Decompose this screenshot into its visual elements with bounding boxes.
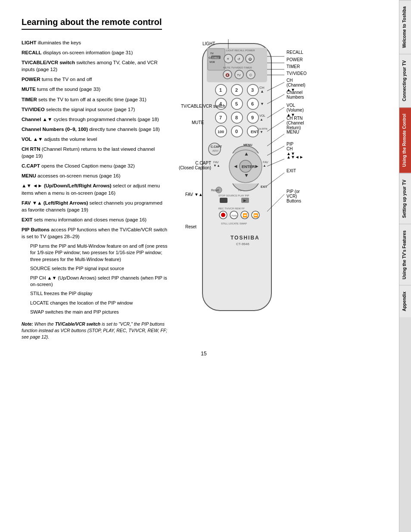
svg-text:TV: TV: [210, 52, 214, 55]
desc-exit: EXIT sets menu information and closes me…: [22, 216, 168, 223]
svg-text:7: 7: [219, 115, 222, 120]
svg-text:⏻: ⏻: [248, 57, 252, 61]
label-arrows: ▲▼◄►: [286, 155, 304, 159]
label-recall: RECALL: [286, 50, 303, 55]
svg-text:C.CAPT: C.CAPT: [211, 145, 222, 148]
key-ch-rtn: CH RTN: [22, 146, 40, 152]
indent-pip-ch: PIP CH ▲▼ (Up/Down Arrows) select PIP ch…: [30, 275, 168, 288]
note-label: Note:: [22, 321, 33, 327]
svg-text:ADV/: ADV/: [212, 149, 218, 152]
indent-locate: LOCATE changes the location of the PIP w…: [30, 300, 168, 306]
key-fav: FAV ▼▲ (Left/Right Arrows): [22, 200, 88, 205]
svg-text:▼▲: ▼▲: [213, 164, 220, 168]
svg-text:FAV: FAV: [263, 161, 268, 164]
indent-pip: PIP turns the PIP and Multi-Window featu…: [30, 243, 168, 263]
indent-still: STILL freezes the PIP display: [30, 290, 168, 297]
label-pip-ch: PIP CH ▲▼: [286, 142, 297, 156]
key-pip-ch: PIP CH ▲▼ (Up/Down Arrows): [30, 275, 97, 280]
sidebar-tabs: Welcome to Toshiba Connecting your TV Us…: [399, 0, 411, 532]
desc-vol: VOL ▲▼ adjusts the volume level: [22, 136, 168, 143]
svg-text:◄: ◄: [233, 163, 238, 169]
desc-menu: MENU accesses on-screen menus (page 16): [22, 172, 168, 179]
svg-text:MUTE  TV/VIDEO  TIMER: MUTE TV/VIDEO TIMER: [223, 66, 252, 69]
desc-tv-video: TV/VIDEO selects the signal input source…: [22, 106, 168, 113]
key-mute: MUTE: [22, 87, 36, 92]
note-block: Note: When the TV/Cable/VCR switch is se…: [22, 321, 168, 341]
svg-text:2: 2: [235, 87, 238, 93]
page-title: Learning about the remote control: [22, 17, 162, 30]
svg-text:6: 6: [251, 101, 254, 106]
svg-text:STOP SOURCE PLAY PIP: STOP SOURCE PLAY PIP: [218, 194, 249, 197]
svg-text:▼: ▼: [244, 172, 249, 178]
label-channel-numbers: Channel Numbers: [286, 90, 304, 100]
svg-text:CABLE: CABLE: [212, 56, 219, 59]
svg-text:EXIT: EXIT: [261, 185, 268, 188]
key-menu: MENU: [22, 173, 36, 178]
svg-text:5: 5: [235, 101, 238, 106]
desc-channel-arrows: Channel ▲▼ cycles through programmed cha…: [22, 116, 168, 123]
desc-power: POWER turns the TV on and off: [22, 76, 168, 83]
svg-text:9: 9: [251, 115, 254, 120]
key-timer: TIMER: [22, 97, 37, 102]
svg-text:▼: ▼: [260, 130, 263, 134]
svg-text:⏪: ⏪: [243, 213, 248, 218]
label-timer: TIMER: [286, 64, 300, 69]
key-pip: PIP: [30, 243, 38, 249]
svg-text:100: 100: [218, 130, 224, 134]
content-area: LIGHT illuminates the keys RECALL displa…: [22, 39, 386, 342]
label-power: POWER: [286, 57, 303, 62]
label-mute: MUTE: [192, 120, 204, 125]
svg-text:▲: ▲: [263, 164, 266, 168]
svg-text:TOSHIBA: TOSHIBA: [230, 235, 260, 241]
tab-features[interactable]: Using the TV's Features: [399, 224, 411, 286]
tab-remote-control[interactable]: Using the Remote Control: [399, 107, 411, 173]
key-swap: SWAP: [30, 309, 44, 314]
desc-light: LIGHT illuminates the keys: [22, 39, 168, 46]
key-tv-cable-vcr: TV/CABLE/VCR switch: [22, 60, 75, 65]
svg-text:LIGHT  RECALL  POWER: LIGHT RECALL POWER: [226, 49, 255, 52]
svg-text:3: 3: [251, 87, 254, 93]
label-ch-rtn: CH RTN (Channel Return): [286, 116, 304, 130]
label-pip-vcr: PIP (or VCR) Buttons: [286, 189, 301, 203]
svg-text:REC  TV/VCR  REW  FF: REC TV/VCR REW FF: [218, 207, 245, 210]
svg-text:ENTER: ENTER: [242, 165, 255, 169]
svg-point-79: [221, 213, 225, 217]
svg-text:CT-9946: CT-9946: [236, 242, 249, 246]
svg-text:▲: ▲: [260, 89, 264, 93]
label-light: LIGHT: [202, 41, 215, 46]
label-vol: VOL (Volume) ▲▼: [286, 103, 304, 117]
svg-text:8: 8: [235, 115, 238, 120]
tab-appendix[interactable]: Appendix: [399, 285, 411, 317]
svg-text:↺: ↺: [237, 57, 240, 61]
svg-text:⏩: ⏩: [253, 213, 258, 218]
svg-text:VCR: VCR: [209, 61, 215, 63]
key-locate: LOCATE: [30, 300, 49, 305]
tab-welcome[interactable]: Welcome to Toshiba: [399, 0, 411, 54]
desc-tv-cable-vcr: TV/CABLE/VCR switch switches among TV, C…: [22, 59, 168, 73]
svg-text:TV/V: TV/V: [231, 215, 237, 217]
svg-rect-73: [220, 198, 227, 203]
svg-text:▲: ▲: [260, 118, 263, 121]
label-ccapt: C.CAPT(Closed Caption): [177, 161, 211, 170]
key-arrows: ▲▼ ◄► (Up/Down/Left/Right Arrows): [22, 183, 112, 188]
page-number: 15: [22, 351, 386, 357]
desc-pip-buttons: PIP Buttons access PIP functions when th…: [22, 226, 168, 240]
desc-ch-rtn: CH RTN (Channel Return) returns to the l…: [22, 146, 168, 159]
key-ccapt: C.CAPT: [22, 163, 40, 168]
svg-text:STILL  LOCATE  SWAP: STILL LOCATE SWAP: [221, 222, 247, 225]
indent-swap: SWAP switches the main and PIP pictures: [30, 309, 168, 315]
svg-text:⏲: ⏲: [249, 73, 252, 77]
key-power: POWER: [22, 77, 40, 82]
label-tv-cable-vcr: TV/CABLE/VCR switch: [181, 104, 225, 109]
desc-fav: FAV ▼▲ (Left/Right Arrows) select channe…: [22, 199, 168, 213]
key-vol: VOL ▲▼: [22, 137, 43, 142]
label-reset: Reset: [185, 224, 196, 229]
tab-setting-up[interactable]: Setting up your TV: [399, 173, 411, 224]
svg-text:1: 1: [219, 87, 222, 93]
svg-text:0: 0: [235, 129, 238, 134]
desc-channel-numbers: Channel Numbers (0–9, 100) directly tune…: [22, 126, 168, 133]
key-exit: EXIT: [22, 217, 33, 222]
svg-text:►: ►: [254, 163, 259, 169]
tab-connecting[interactable]: Connecting your TV: [399, 54, 411, 107]
desc-recall: RECALL displays on-screen information (p…: [22, 49, 168, 56]
